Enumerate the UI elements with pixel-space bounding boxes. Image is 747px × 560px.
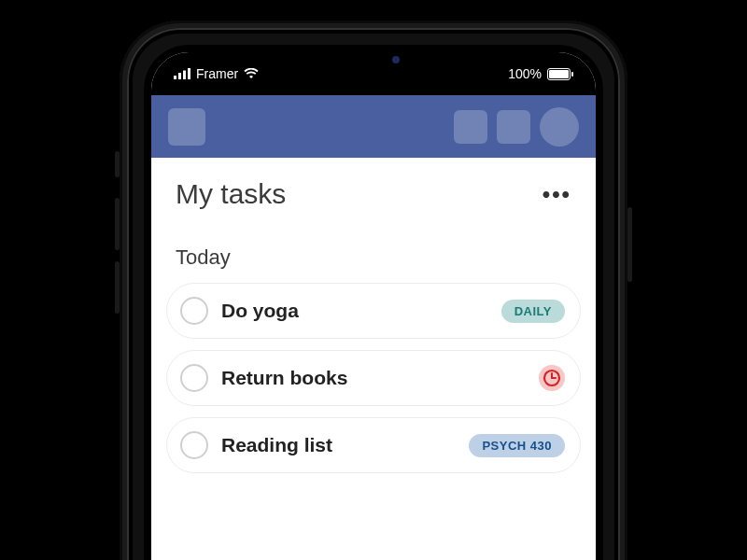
svg-rect-6 <box>571 72 573 77</box>
task-row[interactable]: Do yoga DAILY <box>166 283 581 339</box>
task-row[interactable]: Reading list PSYCH 430 <box>166 417 581 473</box>
phone-frame: Framer 100% <box>120 21 627 560</box>
volume-down-button <box>115 261 120 314</box>
task-list: Do yoga DAILY Return books <box>151 283 596 473</box>
phone-bezel-outer: Framer 100% <box>127 28 620 560</box>
svg-rect-2 <box>183 71 186 80</box>
front-camera-icon <box>392 56 400 63</box>
wifi-icon <box>244 68 259 79</box>
battery-icon <box>547 68 573 80</box>
carrier-label: Framer <box>196 66 238 81</box>
task-row[interactable]: Return books <box>166 350 581 406</box>
svg-rect-0 <box>174 76 176 79</box>
svg-rect-1 <box>178 73 181 79</box>
power-button <box>627 207 632 282</box>
header-action-button-2[interactable] <box>497 110 530 144</box>
task-checkbox[interactable] <box>180 431 208 459</box>
task-checkbox[interactable] <box>180 297 208 325</box>
signal-icon <box>174 68 190 79</box>
title-row: My tasks ••• <box>151 158 596 219</box>
task-label: Do yoga <box>221 300 488 322</box>
page-title: My tasks <box>176 178 286 210</box>
phone-bezel: Framer 100% <box>144 45 603 560</box>
more-options-icon[interactable]: ••• <box>543 181 571 207</box>
mute-switch <box>115 151 120 177</box>
svg-rect-5 <box>549 70 569 78</box>
task-label: Return books <box>221 367 526 389</box>
volume-up-button <box>115 198 120 250</box>
section-heading-today: Today <box>151 219 596 283</box>
overdue-clock-icon <box>539 365 565 391</box>
screen: Framer 100% <box>151 52 596 560</box>
task-label: Reading list <box>221 434 456 456</box>
task-badge-class: PSYCH 430 <box>469 434 565 457</box>
app-header <box>151 95 596 158</box>
header-action-button-1[interactable] <box>454 110 487 144</box>
menu-button[interactable] <box>168 108 205 146</box>
avatar[interactable] <box>540 107 579 147</box>
notch <box>257 45 490 77</box>
svg-rect-3 <box>188 68 190 79</box>
battery-percent: 100% <box>508 66 542 81</box>
task-checkbox[interactable] <box>180 364 208 392</box>
task-badge-daily: DAILY <box>501 300 565 323</box>
